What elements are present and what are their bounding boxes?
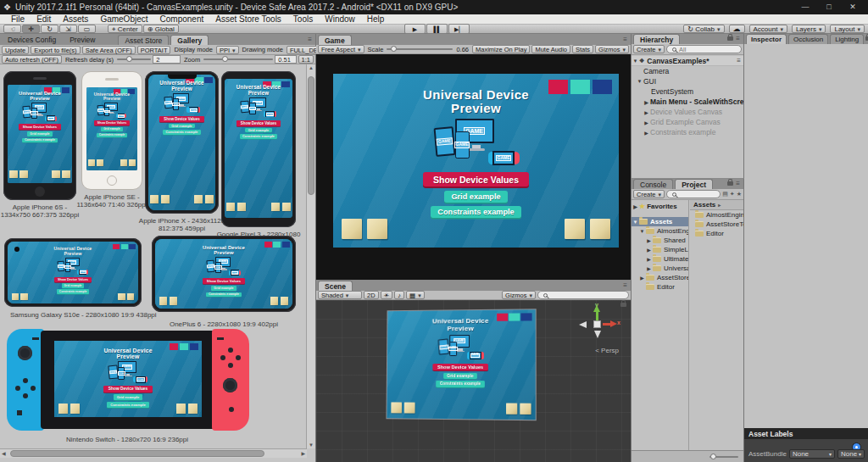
grid-example-button[interactable]: Grid example <box>443 373 477 379</box>
expand-arrow[interactable]: ▶ <box>643 130 650 136</box>
show-device-values-button[interactable]: Show Device Values <box>94 120 130 125</box>
menu-edit[interactable]: Edit <box>31 14 57 25</box>
grid-example-button[interactable]: Grid example <box>114 394 142 400</box>
tab-lighting[interactable]: Lighting <box>830 34 864 44</box>
orientation-button[interactable]: PORTAIT <box>137 46 171 54</box>
menu-help[interactable]: Help <box>361 14 391 25</box>
menu-assets[interactable]: Assets <box>57 14 94 25</box>
aspect-dropdown[interactable]: Free Aspect <box>318 45 364 53</box>
pan-tool-icon[interactable] <box>3 25 21 33</box>
project-search-input[interactable] <box>666 190 721 198</box>
asset-zoom-slider[interactable] <box>709 456 738 458</box>
create-button[interactable]: Create <box>633 190 665 198</box>
assetbundle-dropdown[interactable]: None▾ <box>789 449 835 459</box>
down-axis-arrow[interactable] <box>594 331 601 338</box>
expand-arrow[interactable]: ▶ <box>643 109 650 115</box>
rect-tool-icon[interactable] <box>78 25 96 33</box>
constraints-example-button[interactable]: Constraints example <box>97 133 127 137</box>
scene-menu-icon[interactable] <box>737 57 741 64</box>
expand-arrow[interactable]: ▶ <box>643 120 650 125</box>
show-device-values-button[interactable]: Show Device Values <box>103 386 152 392</box>
hierarchy-item-gui[interactable]: ▼GUI <box>632 76 743 86</box>
scene-header-row[interactable]: ▼ CanvasExamples* <box>632 56 743 66</box>
tab-preview[interactable]: Preview <box>64 35 101 45</box>
x-axis-arrow[interactable] <box>603 323 611 326</box>
tab-console[interactable]: Console <box>633 179 673 189</box>
step-button[interactable] <box>448 24 470 34</box>
menu-window[interactable]: Window <box>319 14 361 25</box>
shading-mode-dropdown[interactable]: Shaded <box>318 291 362 299</box>
stats-toggle[interactable]: Stats <box>572 45 593 53</box>
play-button[interactable] <box>404 24 426 34</box>
scroll-down-icon[interactable]: ▼ <box>307 443 315 448</box>
hierarchy-item-constraints-example[interactable]: ▶Constraints example <box>632 127 743 137</box>
minimize-button[interactable] <box>793 0 817 14</box>
hierarchy-search-input[interactable]: All <box>666 45 742 53</box>
folder-row-assetstoreto[interactable]: ▶AssetStoreTo <box>632 273 688 282</box>
layout-dropdown[interactable]: Layout <box>830 25 865 33</box>
lock-icon[interactable] <box>620 303 626 307</box>
tab-project[interactable]: Project <box>675 179 713 189</box>
expand-arrow[interactable]: ▶ <box>643 99 650 105</box>
move-tool-icon[interactable] <box>22 25 40 33</box>
grid-example-button[interactable]: Grid example <box>101 127 122 131</box>
show-device-values-button[interactable]: Show Device Values <box>159 116 203 122</box>
grid-example-button[interactable]: Grid example <box>62 283 85 287</box>
lighting-toggle-icon[interactable]: ☀ <box>381 291 393 299</box>
update-button[interactable]: Update <box>2 46 29 54</box>
constraints-example-button[interactable]: Constraints example <box>163 130 201 135</box>
menu-tools[interactable]: Tools <box>287 14 319 25</box>
tab-inspector[interactable]: Inspector <box>746 34 787 44</box>
asset-folder-editor[interactable]: Editor <box>690 229 743 238</box>
grid-example-button[interactable]: Grid example <box>169 124 195 129</box>
show-device-values-button[interactable]: Show Device Values <box>203 278 245 284</box>
one-to-one-button[interactable]: 1:1 <box>298 55 314 64</box>
auto-refresh-toggle[interactable]: Auto refresh (OFF) <box>2 55 62 64</box>
hierarchy-item-grid-example-canvas[interactable]: ▶Grid Example Canvas <box>632 117 743 127</box>
expand-arrow[interactable]: ▶ <box>632 203 639 209</box>
audio-toggle-icon[interactable]: ♪ <box>394 291 404 299</box>
asset-folder-almostengine[interactable]: AlmostEngine <box>690 210 743 220</box>
folder-row-shared[interactable]: ▶Shared <box>632 236 688 245</box>
refresh-delay-slider[interactable] <box>117 58 151 60</box>
menu-component[interactable]: Component <box>154 14 210 25</box>
tab-hierarchy[interactable]: Hierarchy <box>633 34 680 44</box>
lock-icon[interactable] <box>727 181 733 186</box>
y-axis-arrow[interactable] <box>596 311 598 320</box>
constraints-example-button[interactable]: Constraints example <box>107 402 148 408</box>
left-axis-arrow[interactable] <box>579 321 587 328</box>
export-button[interactable]: Export to file(s) <box>31 46 80 54</box>
favorites-row[interactable]: ▶Favorites <box>632 202 688 211</box>
folder-row-editor[interactable]: Editor <box>632 282 688 292</box>
tab-game[interactable]: Game <box>318 35 352 45</box>
pivot-global-button[interactable]: Global <box>143 25 179 33</box>
constraints-example-button[interactable]: Constraints example <box>57 289 89 293</box>
constraints-example-button[interactable]: Constraints example <box>22 138 58 143</box>
tab-occlusion[interactable]: Occlusion <box>788 34 828 44</box>
tab-scene[interactable]: Scene <box>318 281 353 291</box>
hierarchy-item-device-values-canvas[interactable]: ▶Device Values Canvas <box>632 107 743 117</box>
close-button[interactable] <box>841 0 865 14</box>
expand-arrow[interactable]: ▶ <box>645 265 653 271</box>
create-button[interactable]: Create <box>633 45 665 53</box>
2d-toggle[interactable]: 2D <box>364 291 379 299</box>
panel-menu-icon[interactable] <box>736 35 740 42</box>
expand-arrow[interactable]: ▶ <box>638 275 646 281</box>
show-device-values-button[interactable]: Show Device Values <box>19 124 61 130</box>
scrollbar-thumb[interactable] <box>10 450 264 457</box>
expand-arrow[interactable]: ▼ <box>632 58 639 64</box>
asset-folder-assetstoretool[interactable]: AssetStoreTool <box>690 220 743 229</box>
pause-button[interactable] <box>426 24 448 34</box>
gizmo-center-cube[interactable] <box>593 320 601 328</box>
show-device-values-button[interactable]: Show Device Values <box>236 120 281 126</box>
grid-example-button[interactable]: Grid example <box>27 131 53 136</box>
maximize-on-play-toggle[interactable]: Maximize On Play <box>472 45 530 53</box>
hierarchy-item-eventsystem[interactable]: EventSystem <box>632 86 743 97</box>
menu-file[interactable]: File <box>5 14 31 25</box>
panel-menu-icon[interactable] <box>308 36 312 43</box>
perspective-label[interactable]: < Persp <box>595 347 619 354</box>
folder-row-almostengine[interactable]: ▼AlmostEngine <box>632 226 688 236</box>
constraints-example-button[interactable]: Constraints example <box>206 292 242 298</box>
favorites-filter-icon[interactable]: ★ <box>737 191 742 198</box>
grid-example-button[interactable]: Grid example <box>444 191 508 203</box>
